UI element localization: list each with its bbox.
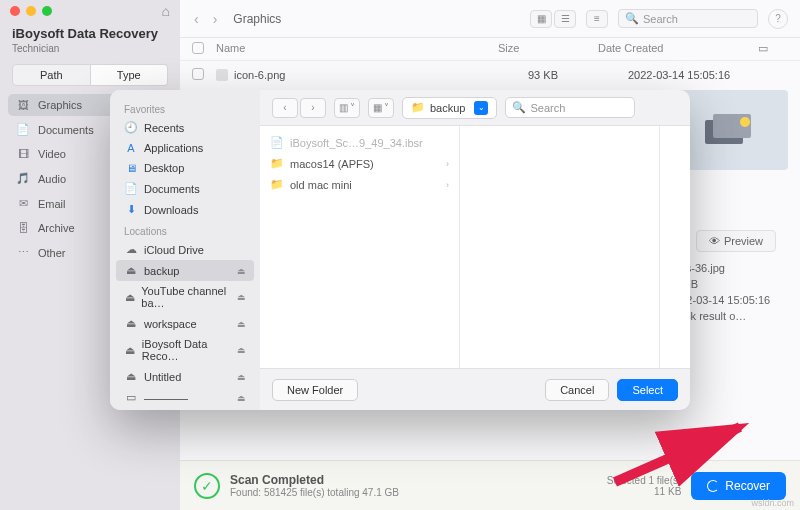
fav-downloads[interactable]: ⬇︎Downloads <box>116 199 254 220</box>
chevron-right-icon: › <box>446 159 449 169</box>
loc-youtube-channel-ba-[interactable]: ⏏YouTube channel ba…⏏ <box>116 281 254 313</box>
eject-icon[interactable]: ⏏ <box>237 372 246 382</box>
loc-backup[interactable]: ⏏backup⏏ <box>116 260 254 281</box>
file-entry[interactable]: 📄iBoysoft_Sc…9_49_34.ibsr <box>260 132 459 153</box>
loc-iboysoft-data-reco-[interactable]: ⏏iBoysoft Data Reco…⏏ <box>116 334 254 366</box>
loc--[interactable]: ▭————⏏ <box>116 387 254 408</box>
cancel-button[interactable]: Cancel <box>545 379 609 401</box>
fav-applications[interactable]: AApplications <box>116 138 254 158</box>
dialog-toolbar: ‹ › ▥ ˅ ▦ ˅ 📁 backup ⌄ 🔍 Search <box>260 90 690 126</box>
drive-icon: ▭ <box>124 391 138 404</box>
drive-icon: ⏏ <box>124 264 138 277</box>
column-browser: 📄iBoysoft_Sc…9_49_34.ibsr📁macos14 (APFS)… <box>260 126 690 368</box>
drive-icon: ⏏ <box>124 291 135 304</box>
loc-icloud-drive[interactable]: ☁︎iCloud Drive <box>116 239 254 260</box>
sidebar-icon: A <box>124 142 138 154</box>
file-entry[interactable]: 📁macos14 (APFS)› <box>260 153 459 174</box>
eject-icon[interactable]: ⏏ <box>237 393 246 403</box>
eject-icon[interactable]: ⏏ <box>237 345 246 355</box>
drive-icon: ⏏ <box>124 370 138 383</box>
favorites-header: Favorites <box>116 98 254 117</box>
select-button[interactable]: Select <box>617 379 678 401</box>
drive-icon: ⏏ <box>124 317 138 330</box>
fav-recents[interactable]: 🕘Recents <box>116 117 254 138</box>
dialog-forward-icon[interactable]: › <box>300 98 326 118</box>
sidebar-icon: 🕘 <box>124 121 138 134</box>
fav-documents[interactable]: 📄Documents <box>116 178 254 199</box>
eject-icon[interactable]: ⏏ <box>237 266 246 276</box>
column-pane-2[interactable] <box>460 126 660 368</box>
chevron-right-icon: › <box>446 180 449 190</box>
dialog-sidebar: Favorites 🕘RecentsAApplications🖥Desktop📄… <box>110 90 260 410</box>
dialog-footer: New Folder Cancel Select <box>260 368 690 410</box>
loc-untitled[interactable]: ⏏Untitled⏏ <box>116 366 254 387</box>
save-dialog-overlay: Favorites 🕘RecentsAApplications🖥Desktop📄… <box>0 0 800 510</box>
dropdown-icon: ⌄ <box>474 101 488 115</box>
sidebar-icon: 📄 <box>124 182 138 195</box>
dialog-back-icon[interactable]: ‹ <box>272 98 298 118</box>
current-folder-dropdown[interactable]: 📁 backup ⌄ <box>402 97 497 119</box>
dialog-main: ‹ › ▥ ˅ ▦ ˅ 📁 backup ⌄ 🔍 Search 📄iBoysof… <box>260 90 690 410</box>
file-entry[interactable]: 📁old mac mini› <box>260 174 459 195</box>
watermark: wsldn.com <box>751 498 794 508</box>
folder-icon: 📁 <box>270 157 284 170</box>
dialog-search-input[interactable]: 🔍 Search <box>505 97 635 118</box>
search-icon: 🔍 <box>512 101 526 114</box>
drive-icon: ☁︎ <box>124 243 138 256</box>
sidebar-icon: 🖥 <box>124 162 138 174</box>
sidebar-icon: ⬇︎ <box>124 203 138 216</box>
eject-icon[interactable]: ⏏ <box>237 292 246 302</box>
save-dialog: Favorites 🕘RecentsAApplications🖥Desktop📄… <box>110 90 690 410</box>
fav-desktop[interactable]: 🖥Desktop <box>116 158 254 178</box>
column-pane-1[interactable]: 📄iBoysoft_Sc…9_49_34.ibsr📁macos14 (APFS)… <box>260 126 460 368</box>
folder-icon: 📁 <box>411 101 425 114</box>
drive-icon: ⏏ <box>124 344 136 357</box>
eject-icon[interactable]: ⏏ <box>237 319 246 329</box>
loc-workspace[interactable]: ⏏workspace⏏ <box>116 313 254 334</box>
group-by-icon[interactable]: ▦ ˅ <box>368 98 394 118</box>
locations-header: Locations <box>116 220 254 239</box>
new-folder-button[interactable]: New Folder <box>272 379 358 401</box>
folder-icon: 📁 <box>270 178 284 191</box>
file-icon: 📄 <box>270 136 284 149</box>
column-view-icon[interactable]: ▥ ˅ <box>334 98 360 118</box>
loc-network[interactable]: 🌐Network <box>116 408 254 410</box>
